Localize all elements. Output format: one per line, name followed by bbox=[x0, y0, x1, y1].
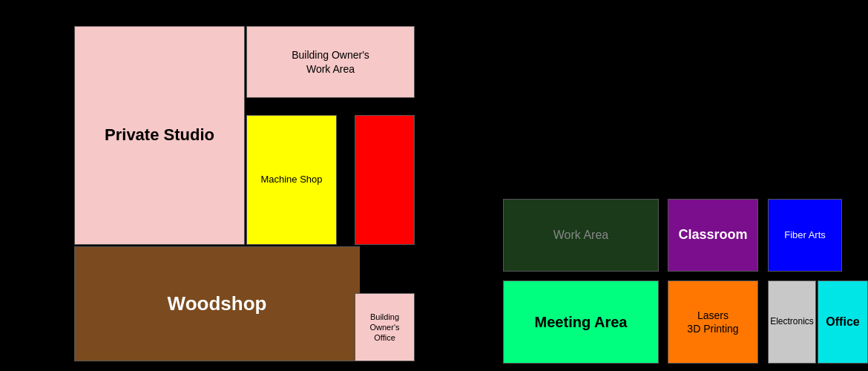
building-owner-office-label: Building Owner's Office bbox=[355, 312, 414, 344]
building-owner-work-area: Building Owner's Work Area bbox=[246, 26, 415, 98]
office-label: Office bbox=[826, 315, 859, 330]
machine-shop: Machine Shop bbox=[246, 115, 337, 245]
work-area: Work Area bbox=[503, 199, 659, 272]
private-studio: Private Studio bbox=[74, 26, 245, 245]
electronics: Electronics bbox=[768, 280, 816, 364]
machine-shop-label: Machine Shop bbox=[260, 174, 322, 186]
lasers-3d-printing: Lasers 3D Printing bbox=[668, 280, 758, 364]
building-owner-office: Building Owner's Office bbox=[355, 293, 415, 361]
woodshop-label: Woodshop bbox=[168, 292, 267, 317]
meeting-area-label: Meeting Area bbox=[535, 312, 628, 332]
woodshop: Woodshop bbox=[74, 246, 360, 361]
lasers-3d-printing-label: Lasers 3D Printing bbox=[687, 309, 738, 335]
building-owner-work-area-label: Building Owner's Work Area bbox=[292, 48, 369, 75]
floor-plan: Private StudioBuilding Owner's Work Area… bbox=[0, 0, 868, 371]
private-studio-label: Private Studio bbox=[105, 125, 214, 146]
electronics-label: Electronics bbox=[770, 316, 814, 328]
classroom-label: Classroom bbox=[678, 226, 747, 243]
fiber-arts: Fiber Arts bbox=[768, 199, 842, 272]
fiber-arts-label: Fiber Arts bbox=[784, 229, 826, 242]
office: Office bbox=[818, 280, 868, 364]
work-area-label: Work Area bbox=[553, 228, 608, 243]
red-room bbox=[355, 115, 415, 245]
meeting-area: Meeting Area bbox=[503, 280, 659, 364]
classroom: Classroom bbox=[668, 199, 758, 272]
